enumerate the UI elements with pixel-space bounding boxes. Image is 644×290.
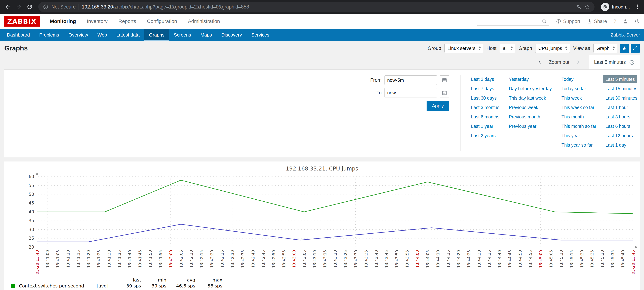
range-last-3-months[interactable]: Last 3 months: [468, 104, 502, 111]
range-last-30-minutes[interactable]: Last 30 minutes: [603, 94, 640, 102]
zabbix-logo[interactable]: ZABBIX: [4, 16, 40, 27]
to-calendar-button[interactable]: [440, 88, 449, 97]
menu-item-reports[interactable]: Reports: [113, 19, 142, 24]
range-this-month[interactable]: This month: [559, 113, 586, 121]
subnav-item-dashboard[interactable]: Dashboard: [2, 29, 34, 41]
range-this-year-so-far[interactable]: This year so far: [559, 141, 595, 149]
x-tick-label: 13:42:35: [240, 250, 245, 268]
x-tick-label: 13:45:40: [621, 250, 625, 268]
x-tick-label: 13:45:25: [590, 250, 594, 268]
range-last-1-hour[interactable]: Last 1 hour: [603, 104, 631, 111]
x-tick-label: 13:43:55: [405, 250, 410, 268]
signout-icon[interactable]: [634, 19, 640, 24]
menu-item-configuration[interactable]: Configuration: [142, 19, 182, 24]
support-link[interactable]: Support: [556, 19, 580, 24]
quick-range-column-4: Last 5 minutesLast 15 minutesLast 30 min…: [603, 75, 640, 151]
time-range-tab[interactable]: Last 5 minutes: [589, 55, 640, 69]
search-input[interactable]: [480, 19, 542, 25]
range-last-1-year[interactable]: Last 1 year: [468, 122, 496, 130]
from-calendar-button[interactable]: [440, 75, 449, 85]
graph-filters: GroupLinux serversHostallGraphCPU jumpsV…: [428, 44, 617, 53]
range-today[interactable]: Today: [559, 75, 576, 83]
range-last-1-day[interactable]: Last 1 day: [603, 141, 629, 149]
subnav-item-maps[interactable]: Maps: [196, 29, 217, 41]
subnav-item-discovery[interactable]: Discovery: [216, 29, 246, 41]
from-to-block: From To Apply: [365, 75, 449, 151]
subnav-item-problems[interactable]: Problems: [34, 29, 64, 41]
subnav-item-screens[interactable]: Screens: [169, 29, 196, 41]
select-graph[interactable]: CPU jumps: [535, 44, 570, 53]
range-this-year[interactable]: This year: [559, 132, 582, 139]
range-last-30-days[interactable]: Last 30 days: [468, 94, 499, 102]
share-icon: [587, 19, 592, 24]
to-input[interactable]: [384, 88, 437, 97]
x-tick-label: 13:43:25: [343, 250, 348, 268]
x-tick-label: 13:41:20: [86, 250, 91, 268]
range-previous-year[interactable]: Previous year: [506, 122, 539, 130]
select-host[interactable]: all: [500, 44, 515, 53]
subnav-item-services[interactable]: Services: [246, 29, 274, 41]
back-icon[interactable]: [4, 3, 12, 11]
bookmark-star-icon[interactable]: [584, 4, 590, 10]
x-tick-label: 13:45:35: [610, 250, 615, 268]
legend-row-context-switches-per-second: Context switches per second[avg]39 sps39…: [11, 283, 638, 289]
menu-item-monitoring[interactable]: Monitoring: [44, 19, 82, 24]
incognito-profile-chip[interactable]: Incogn...: [599, 2, 632, 12]
chevron-right-icon[interactable]: [576, 60, 580, 65]
legend-series-mode: [avg]: [96, 289, 114, 290]
subnav-item-overview[interactable]: Overview: [64, 29, 93, 41]
select-value-graph: CPU jumps: [538, 46, 562, 51]
range-last-15-minutes[interactable]: Last 15 minutes: [603, 85, 640, 92]
range-last-5-minutes[interactable]: Last 5 minutes: [603, 75, 638, 83]
range-last-3-hours[interactable]: Last 3 hours: [603, 113, 633, 121]
favourite-star-button[interactable]: ★: [620, 44, 629, 53]
fullscreen-button[interactable]: [631, 44, 640, 53]
range-last-12-hours[interactable]: Last 12 hours: [603, 132, 636, 139]
user-profile-icon[interactable]: [623, 19, 628, 24]
subnav-item-web[interactable]: Web: [93, 29, 112, 41]
time-range-label: Last 5 minutes: [594, 60, 626, 65]
range-last-6-hours[interactable]: Last 6 hours: [603, 122, 633, 130]
translate-icon[interactable]: [576, 4, 582, 10]
x-tick-label: 13:45:05: [549, 250, 553, 268]
profile-name-label: Incogn...: [612, 4, 630, 10]
range-this-day-last-week[interactable]: This day last week: [506, 94, 549, 102]
range-previous-week[interactable]: Previous week: [506, 104, 541, 111]
calendar-icon: [442, 90, 447, 96]
to-row: To: [365, 88, 449, 97]
chevron-left-icon[interactable]: [538, 60, 542, 65]
forward-icon[interactable]: [14, 3, 23, 11]
apply-button[interactable]: Apply: [426, 101, 449, 111]
legend-stat-max: 58 sps: [195, 283, 222, 288]
address-bar[interactable]: Not Secure 192.168.33.20/zabbix/charts.p…: [38, 2, 594, 12]
share-link[interactable]: Share: [587, 19, 607, 24]
series-line-context-switches-per-second: [37, 180, 633, 214]
reload-icon[interactable]: [25, 3, 34, 11]
zoom-out-button[interactable]: Zoom out: [549, 60, 569, 65]
x-tick-label: 13:43:00: [292, 250, 296, 268]
menu-item-inventory[interactable]: Inventory: [82, 19, 113, 24]
help-link[interactable]: ?: [614, 19, 616, 24]
x-tick-label: 13:44:40: [497, 250, 502, 268]
browser-menu-icon[interactable]: [634, 4, 640, 10]
subnav-item-graphs[interactable]: Graphs: [144, 29, 169, 41]
from-input[interactable]: [384, 75, 437, 85]
search-icon[interactable]: [542, 19, 547, 24]
range-previous-month[interactable]: Previous month: [506, 113, 543, 121]
range-last-6-months[interactable]: Last 6 months: [468, 113, 502, 121]
page-info-icon[interactable]: [43, 4, 48, 10]
range-last-2-days[interactable]: Last 2 days: [468, 75, 497, 83]
range-last-7-days[interactable]: Last 7 days: [468, 85, 497, 92]
range-day-before-yesterday[interactable]: Day before yesterday: [506, 85, 554, 92]
x-tick-label: 13:42:50: [272, 250, 276, 268]
range-this-month-so-far[interactable]: This month so far: [559, 122, 599, 130]
select-view-as[interactable]: Graph: [594, 44, 617, 53]
range-today-so-far[interactable]: Today so far: [559, 85, 588, 92]
subnav-item-latest-data[interactable]: Latest data: [112, 29, 144, 41]
range-this-week-so-far[interactable]: This week so far: [559, 104, 597, 111]
menu-item-administration[interactable]: Administration: [182, 19, 225, 24]
range-yesterday[interactable]: Yesterday: [506, 75, 531, 83]
range-this-week[interactable]: This week: [559, 94, 584, 102]
select-group[interactable]: Linux servers: [444, 44, 483, 53]
range-last-2-years[interactable]: Last 2 years: [468, 132, 498, 139]
